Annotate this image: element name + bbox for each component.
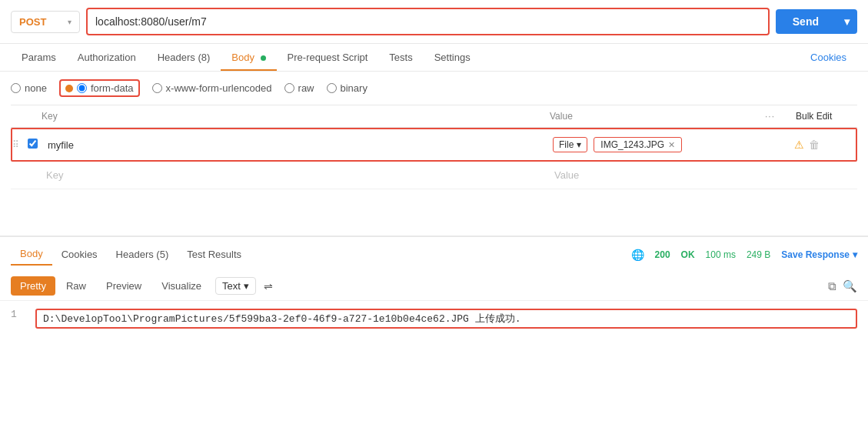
bulk-edit-button[interactable]: Bulk Edit (796, 111, 857, 122)
top-bar: POST ▾ Send ▾ (0, 0, 868, 44)
filename-label: IMG_1243.JPG (600, 139, 664, 150)
tab-prerequest[interactable]: Pre-request Script (277, 44, 379, 71)
radio-urlencoded[interactable]: x-www-form-urlencoded (152, 82, 272, 94)
tab-cookies[interactable]: Cookies (800, 44, 857, 71)
response-body: 1 D:\DevelopTool\ProgramPictures/5f599ba… (0, 301, 868, 336)
format-action-icons: ⧉ 🔍 (828, 279, 857, 293)
search-icon[interactable]: 🔍 (843, 279, 857, 293)
table-row-empty (11, 162, 857, 189)
fmt-tab-pretty[interactable]: Pretty (11, 276, 55, 296)
radio-binary[interactable]: binary (327, 82, 367, 94)
file-type-badge[interactable]: File ▾ (553, 137, 587, 152)
status-code: 200 (655, 249, 670, 260)
key-cell (43, 136, 548, 154)
resp-tab-cookies[interactable]: Cookies (52, 244, 107, 265)
chevron-down-icon: ▾ (68, 18, 72, 26)
response-code-line: D:\DevelopTool\ProgramPictures/5f599ba3-… (35, 309, 857, 329)
delete-row-icon[interactable]: 🗑 (809, 139, 820, 151)
table-header: Key Value ··· Bulk Edit (11, 105, 857, 128)
text-chevron-icon: ▾ (244, 280, 249, 292)
value-cell: File ▾ IMG_1243.JPG ✕ (548, 134, 763, 155)
file-chip: IMG_1243.JPG ✕ (594, 137, 682, 152)
save-response-button[interactable]: Save Response ▾ (781, 249, 857, 260)
tab-headers[interactable]: Headers (8) (147, 44, 221, 71)
resp-tab-headers[interactable]: Headers (5) (107, 244, 178, 265)
file-type-label: File (559, 139, 574, 150)
tab-body[interactable]: Body (221, 44, 276, 71)
status-text: OK (681, 249, 695, 260)
status-time: 100 ms (706, 249, 736, 260)
response-text: D:\DevelopTool\ProgramPictures/5f599ba3-… (43, 313, 521, 325)
tab-params[interactable]: Params (11, 44, 67, 71)
tab-settings[interactable]: Settings (424, 44, 481, 71)
action-icons: ⚠ 🗑 (794, 139, 856, 151)
tab-tests[interactable]: Tests (378, 44, 423, 71)
resp-tab-testresults[interactable]: Test Results (178, 244, 251, 265)
send-button[interactable]: Send ▾ (776, 9, 857, 34)
spacer (0, 189, 868, 236)
key-input[interactable] (48, 139, 544, 151)
url-input-wrapper (86, 8, 770, 35)
copy-icon[interactable]: ⧉ (828, 279, 836, 293)
file-chevron-icon: ▾ (577, 139, 581, 150)
text-type-dropdown[interactable]: Text ▾ (215, 277, 256, 295)
more-options-icon[interactable]: ··· (765, 111, 796, 122)
fmt-tab-raw[interactable]: Raw (57, 276, 95, 296)
radio-none[interactable]: none (11, 82, 47, 94)
empty-value-cell (550, 166, 765, 184)
radio-raw[interactable]: raw (284, 82, 314, 94)
request-tabs: Params Authorization Headers (8) Body Pr… (0, 44, 868, 72)
wrap-icon[interactable]: ⇌ (264, 280, 273, 292)
row-checkbox[interactable] (28, 139, 38, 149)
resp-tab-body[interactable]: Body (11, 243, 52, 266)
fmt-tab-preview[interactable]: Preview (97, 276, 151, 296)
row-checkbox-cell (28, 139, 43, 151)
radio-form-data[interactable]: form-data (59, 79, 140, 97)
warning-icon: ⚠ (794, 139, 804, 151)
body-dot (261, 55, 266, 61)
globe-icon: 🌐 (631, 249, 644, 261)
tab-authorization[interactable]: Authorization (67, 44, 147, 71)
table-row: ⠿ File ▾ IMG_1243.JPG ✕ ⚠ 🗑 (11, 128, 857, 162)
value-header: Value (550, 111, 765, 122)
line-numbers: 1 (11, 309, 26, 329)
drag-handle-icon[interactable]: ⠿ (12, 139, 28, 150)
fmt-tab-visualize[interactable]: Visualize (152, 276, 211, 296)
empty-key-cell (42, 166, 550, 184)
send-label: Send (776, 9, 836, 34)
body-options: none form-data x-www-form-urlencoded raw… (0, 72, 868, 105)
empty-key-input[interactable] (46, 169, 545, 181)
method-select[interactable]: POST ▾ (11, 11, 80, 33)
empty-value-input[interactable] (554, 169, 760, 181)
params-table: Key Value ··· Bulk Edit ⠿ File ▾ IMG_124… (11, 105, 857, 189)
orange-dot (65, 85, 73, 92)
save-response-chevron-icon: ▾ (853, 249, 857, 260)
status-size: 249 B (747, 249, 770, 260)
response-status-area: 🌐 200 OK 100 ms 249 B Save Response ▾ (631, 249, 857, 261)
response-area: Body Cookies Headers (5) Test Results 🌐 … (0, 236, 868, 336)
key-header: Key (42, 111, 550, 122)
url-input[interactable] (88, 9, 768, 34)
format-tabs: Pretty Raw Preview Visualize Text ▾ ⇌ ⧉ … (0, 272, 868, 301)
response-tabs: Body Cookies Headers (5) Test Results 🌐 … (0, 237, 868, 272)
remove-file-icon[interactable]: ✕ (668, 140, 675, 150)
method-label: POST (19, 16, 46, 28)
send-arrow-icon[interactable]: ▾ (836, 9, 857, 34)
